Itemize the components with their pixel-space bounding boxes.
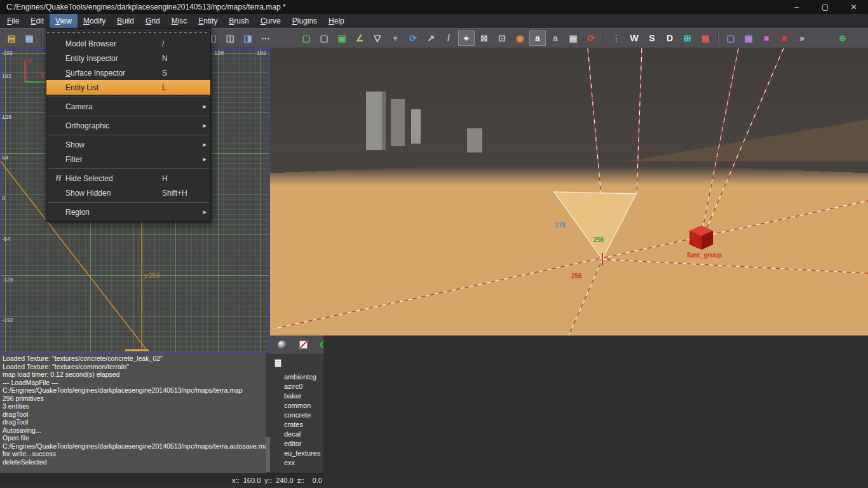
globe-icon[interactable]: ⊕ xyxy=(834,30,851,46)
resize-mode-icon[interactable]: ⌖ xyxy=(458,30,475,46)
brush-solid-icon[interactable]: ▣ xyxy=(334,30,350,46)
console-line: Loaded Texture: "textures/concrete/concr… xyxy=(3,355,262,363)
folder-item-concrete[interactable]: concrete xyxy=(270,410,362,420)
texture-item-shader-not-found[interactable]: SHADER NOT FOUND xyxy=(370,348,405,383)
delete-box-icon[interactable]: ⊠ xyxy=(476,30,492,46)
thumbnails-scrollbar[interactable] xyxy=(863,336,868,473)
rotate-tool-icon[interactable]: ⟳ xyxy=(405,30,421,46)
folder-item-editor[interactable]: editor xyxy=(270,439,362,449)
cursor-coordinates: x:: 160.0 y:: 240.0 z:: 0.0 xyxy=(232,477,322,484)
console-scrollbar[interactable] xyxy=(266,353,270,473)
menu-item-filter[interactable]: Filter▸ xyxy=(46,152,210,166)
menubar-item-file[interactable]: File xyxy=(1,14,25,28)
render-mode-icon[interactable] xyxy=(276,339,288,351)
distant-terrain xyxy=(626,119,868,161)
texture-item-concrete-dmg-01[interactable] xyxy=(570,345,609,384)
translate-tool-icon[interactable]: + xyxy=(387,30,403,46)
shaderlist-root[interactable] xyxy=(270,357,362,372)
texture-folder-list[interactable]: ambientcgazirc0bakercommonconcretecrates… xyxy=(270,355,362,473)
func-group-entity[interactable]: func_group xyxy=(687,226,722,259)
menubar-item-modify[interactable]: Modify xyxy=(78,14,111,28)
save-icon[interactable]: ▦ xyxy=(21,30,37,46)
menu-tearoff-handle[interactable] xyxy=(47,30,210,36)
arbitrary-rotation-icon[interactable]: ∠ xyxy=(351,30,368,46)
selected-patch[interactable] xyxy=(554,192,636,266)
menu-item-camera[interactable]: Camera▸ xyxy=(46,99,210,114)
patch-outline-icon[interactable]: ▢ xyxy=(722,30,739,46)
menubar-item-misc[interactable]: Misc xyxy=(166,14,193,28)
menu-item-surface-inspector[interactable]: Surface InspectorS xyxy=(46,65,210,80)
menu-item-model-browser[interactable]: Model Browser/ xyxy=(46,36,210,51)
menubar-item-help[interactable]: Help xyxy=(323,14,350,28)
folder-item-baker[interactable]: baker xyxy=(270,391,362,401)
folder-item-common[interactable]: common xyxy=(270,401,362,410)
menubar-item-curve[interactable]: Curve xyxy=(255,14,287,28)
patch-red-icon[interactable]: ■ xyxy=(776,30,792,46)
status-flag: F:AP xyxy=(800,477,815,484)
menubar-item-view[interactable]: View xyxy=(50,14,78,28)
opacity-icon[interactable]: ▦ xyxy=(697,30,714,46)
texture-lock-icon[interactable] xyxy=(488,478,496,485)
open-icon[interactable]: ▤ xyxy=(3,30,20,46)
grip-icon[interactable]: ⋮ xyxy=(608,30,625,46)
shaders-filter-icon[interactable] xyxy=(297,339,309,351)
split-selected-icon[interactable]: ◫ xyxy=(222,30,238,46)
alpha-icon[interactable]: a xyxy=(547,30,564,46)
folder-item-decal[interactable]: decal xyxy=(270,430,362,439)
caulk-overlay-text: CAULK xyxy=(437,347,466,376)
textured-icon[interactable]: D xyxy=(661,30,678,46)
menu-item-hide-selected[interactable]: HHide SelectedH xyxy=(46,171,210,186)
console-line: dragTool xyxy=(3,410,262,419)
texture-thumbnails[interactable]: SHADER NOT FOUND caulk CAULK terrain TER… xyxy=(362,336,868,473)
menu-item-show-hidden[interactable]: Show HiddenShift+H xyxy=(46,186,210,200)
drag-faces-icon[interactable]: ↗ xyxy=(423,30,439,46)
flat-shade-icon[interactable]: S xyxy=(644,30,660,46)
texture-item-sky4[interactable] xyxy=(719,344,801,384)
folder-item-exx[interactable]: exx xyxy=(270,458,362,468)
console-line: Open file C:/Engines/QuakeTools/engines/… xyxy=(3,434,262,458)
texture-item-caulk[interactable]: CAULK xyxy=(436,346,466,377)
menubar-item-build[interactable]: Build xyxy=(111,14,140,28)
rebuild-icon[interactable]: ⟳ xyxy=(583,30,599,46)
console-log[interactable]: Loaded Texture: "textures/concrete/concr… xyxy=(0,353,270,473)
entity-table-icon[interactable]: ▦ xyxy=(565,30,581,46)
folder-item-azirc0[interactable]: azirc0 xyxy=(270,382,362,391)
toolbar-separator xyxy=(41,32,43,44)
menu-item-orthographic[interactable]: Orthographic▸ xyxy=(46,118,210,133)
texture-item-concrete-leak-02[interactable] xyxy=(634,343,717,432)
menubar-item-edit[interactable]: Edit xyxy=(25,14,50,28)
menubar-item-brush[interactable]: Brush xyxy=(223,14,254,28)
menubar-item-grid[interactable]: Grid xyxy=(140,14,166,28)
menu-item-show[interactable]: Show▸ xyxy=(46,137,210,152)
slash-tool-icon[interactable]: / xyxy=(440,30,457,46)
cubic-clip-icon[interactable]: ⊞ xyxy=(679,30,696,46)
torus-icon[interactable]: ◉ xyxy=(512,30,528,46)
menu-item-region[interactable]: Region▸ xyxy=(46,205,210,219)
cone-icon[interactable]: ▽ xyxy=(369,30,386,46)
folder-item-ambientcg[interactable]: ambientcg xyxy=(270,372,362,382)
menubar-item-entity[interactable]: Entity xyxy=(193,14,223,28)
more-tools-icon[interactable]: ⋯ xyxy=(257,30,274,46)
wireframe-icon[interactable]: W xyxy=(626,30,642,46)
dimension-label: 256 xyxy=(571,273,582,280)
minimize-button[interactable]: – xyxy=(782,0,811,14)
close-button[interactable]: ✕ xyxy=(839,0,868,14)
refresh-textures-icon[interactable]: ⟳ xyxy=(318,339,330,351)
scale-box-icon[interactable]: ⊡ xyxy=(494,30,510,46)
menu-item-entity-inspector[interactable]: Entity InspectorN xyxy=(46,51,210,65)
caulk-icon[interactable]: a xyxy=(529,30,546,46)
camera-view[interactable]: func_group 176 256 256 xyxy=(270,48,868,336)
maximize-button[interactable]: ▢ xyxy=(811,0,839,14)
brush-gray-icon[interactable]: ▢ xyxy=(316,30,332,46)
flip-clip-icon[interactable]: ◨ xyxy=(240,30,256,46)
texture-item-terrain[interactable]: TERRAIN xyxy=(503,346,533,377)
patch-grid-icon[interactable]: ▦ xyxy=(740,30,757,46)
folder-item-eu_textures[interactable]: eu_textures xyxy=(270,449,362,458)
texture-name: concrete_leak_02 xyxy=(634,336,684,343)
menu-item-entity-list[interactable]: Entity ListL xyxy=(46,80,210,95)
overflow-icon[interactable]: » xyxy=(794,30,810,46)
folder-item-crates[interactable]: crates xyxy=(270,420,362,430)
brush-outline-icon[interactable]: ▢ xyxy=(298,30,315,46)
menubar-item-plugins[interactable]: Plugins xyxy=(287,14,323,28)
patch-solid-icon[interactable]: ■ xyxy=(758,30,775,46)
